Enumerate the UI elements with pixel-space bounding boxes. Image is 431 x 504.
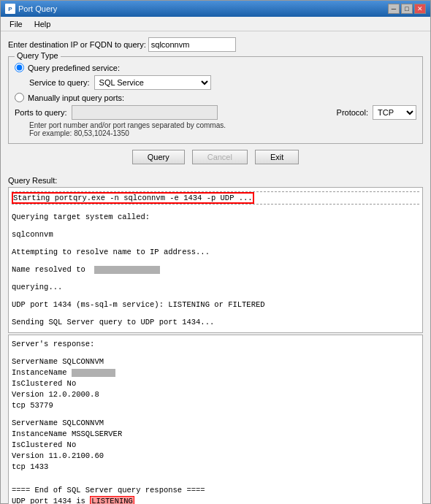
target-name: sqlconnvm [12,229,419,240]
destination-row: Enter destination IP or FQDN to query: [8,37,423,52]
lower-result-panel[interactable]: Server's response: ServerName SQLCONNVM … [8,335,423,504]
menu-file[interactable]: File [4,18,28,30]
window-title: Port Query [18,4,57,13]
close-button[interactable]: ✕ [414,4,426,14]
start-line: Starting portqry.exe -n sqlconnvm -e 143… [12,193,419,203]
server-name-1: ServerName SQLCONNVM [12,356,419,367]
service-select[interactable]: SQL Service [94,75,211,90]
protocol-select[interactable]: TCP UDP [373,105,416,120]
end-query: ==== End of SQL Server query response ==… [12,485,419,495]
hint-line2: For example: 80,53,1024-1350 [29,129,416,137]
service-row: Service to query: SQL Service [29,75,416,90]
resolved-line: Name resolved to [12,264,419,275]
main-window: P Port Query ─ □ ✕ File Help Enter desti… [0,0,431,504]
listening-highlight: LISTENING [90,496,134,504]
version-2: Version 11.0.2100.60 [12,451,419,461]
server-response-label: Server's response: [12,339,419,349]
server-name-2: ServerName SQLCONNVM [12,418,419,428]
form-area: Enter destination IP or FQDN to query: Q… [1,31,430,176]
tcp-2: tcp 1433 [12,462,419,472]
querying-target: Querying target system called: [12,212,419,222]
query-result-label: Query Result: [8,176,423,185]
maximize-button[interactable]: □ [401,4,413,14]
group-title: Query Type [15,51,61,60]
title-bar-left: P Port Query [5,4,57,14]
dashed-2 [12,204,419,205]
button-row: Query Cancel Exit [8,150,423,164]
service-label: Service to query: [29,78,90,87]
redacted-ip [94,266,160,274]
destination-input[interactable] [148,37,236,52]
query-type-group: Query Type Query predefined service: Ser… [8,56,423,144]
minimize-button[interactable]: ─ [388,4,400,14]
upper-result-panel[interactable]: Starting portqry.exe -n sqlconnvm -e 143… [8,187,423,333]
ports-input[interactable] [72,105,218,120]
resolving: Attempting to resolve name to IP address… [12,247,419,257]
udp-listening-line: UDP port 1434 is LISTENING [12,496,419,504]
title-bar: P Port Query ─ □ ✕ [1,1,430,17]
ports-label: Ports to query: [15,108,67,117]
radio-manual-row: Manually input query ports: [15,93,416,102]
radio-manual[interactable] [15,93,24,102]
menu-bar: File Help [1,17,430,31]
querying-line: querying... [12,282,419,292]
is-clustered-1: IsClustered No [12,378,419,389]
is-clustered-2: IsClustered No [12,440,419,450]
instance-name-2: InstanceName MSSQLSERVER [12,429,419,439]
cancel-button[interactable]: Cancel [192,150,248,164]
instance-name-1: InstanceName [12,367,419,378]
redacted-instance [72,369,115,377]
hint-line1: Enter port number and/or port ranges sep… [29,121,416,129]
exit-button[interactable]: Exit [255,150,299,164]
query-button[interactable]: Query [132,150,185,164]
tcp-1: tcp 53779 [12,400,419,411]
result-box-wrapper: Starting portqry.exe -n sqlconnvm -e 143… [8,187,423,504]
ports-row: Ports to query: Protocol: TCP UDP [15,105,416,120]
sending-line: Sending SQL Server query to UDP port 143… [12,317,419,327]
query-result-area: Query Result: Starting portqry.exe -n sq… [1,176,430,503]
protocol-label: Protocol: [337,108,368,117]
radio-predefined[interactable] [15,63,24,72]
radio-manual-label: Manually input query ports: [28,93,124,102]
start-highlight: Starting portqry.exe -n sqlconnvm -e 143… [12,192,254,204]
radio-predefined-label: Query predefined service: [28,64,120,72]
menu-help[interactable]: Help [28,18,57,30]
version-1: Version 12.0.2000.8 [12,389,419,400]
udp-port-line: UDP port 1434 (ms-sql-m service): LISTEN… [12,299,419,310]
radio-predefined-row: Query predefined service: [15,63,416,72]
destination-label: Enter destination IP or FQDN to query: [8,40,146,49]
app-icon: P [5,4,15,14]
window-controls: ─ □ ✕ [388,4,426,14]
